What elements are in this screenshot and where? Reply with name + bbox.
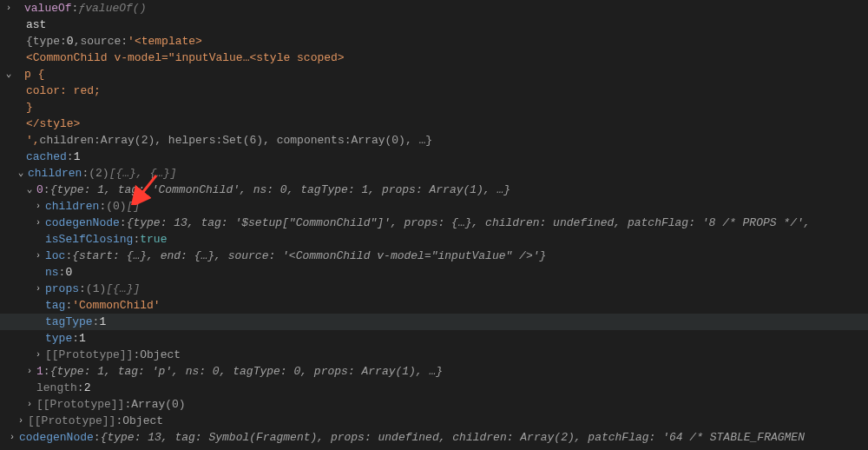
- tree-row: }: [0, 99, 868, 116]
- chevron-right-icon[interactable]: ›: [33, 215, 43, 231]
- property-value: 0: [67, 33, 74, 50]
- tree-row: </style>: [0, 116, 868, 132]
- tree-row[interactable]: ns : 0: [0, 264, 868, 281]
- string-value: <CommonChild v-model="inputValue…<style …: [26, 50, 345, 66]
- property-value: Set(6): [222, 132, 263, 149]
- property-key: children: [45, 198, 99, 215]
- tree-row[interactable]: ast: [0, 17, 868, 33]
- tree-row[interactable]: ⌄ children : (2) [{…}, {…}]: [0, 165, 868, 182]
- tree-row-selected[interactable]: tagType : 1: [0, 314, 868, 330]
- property-value: Array(2): [101, 132, 155, 149]
- tree-row[interactable]: tag : 'CommonChild': [0, 297, 868, 314]
- tree-row: ', children: Array(2) , helpers: Set(6) …: [0, 132, 868, 149]
- array-meta: (0): [106, 198, 126, 215]
- chevron-down-icon[interactable]: ⌄: [24, 182, 35, 198]
- chevron-right-icon[interactable]: ›: [33, 248, 43, 264]
- tree-row: ⌄ p {: [0, 66, 868, 83]
- property-label: ast: [26, 17, 46, 33]
- property-key: codegenNode: [19, 429, 94, 446]
- array-index: 0: [36, 182, 43, 198]
- tree-row[interactable]: cached : 1: [0, 149, 868, 165]
- prototype-ref: ƒ: [78, 0, 85, 17]
- chevron-right-icon[interactable]: ›: [33, 347, 43, 363]
- tree-row[interactable]: { type : 0 , source : '<template>: [0, 33, 868, 50]
- property-key: length: [36, 380, 77, 396]
- property-key: codegenNode: [45, 215, 120, 231]
- chevron-right-icon[interactable]: ›: [24, 396, 35, 413]
- tree-row[interactable]: › props : (1) [{…}]: [0, 281, 868, 297]
- object-preview: {start: {…}, end: {…}, source: '<CommonC…: [72, 248, 546, 264]
- tree-row[interactable]: › loc : {start: {…}, end: {…}, source: '…: [0, 248, 868, 264]
- string-value: color: red;: [26, 83, 101, 99]
- array-index: 1: [36, 363, 43, 380]
- prototype-key: [[Prototype]]: [28, 413, 115, 429]
- tree-row[interactable]: ⌄ 0 : {type: 1, tag: 'CommonChild', ns: …: [0, 182, 868, 198]
- array-preview: [{…}]: [106, 281, 140, 297]
- tree-row[interactable]: › [[Prototype]] : Array(0): [0, 396, 868, 413]
- object-tail: , …}: [405, 132, 432, 149]
- string-value: </style>: [26, 116, 80, 132]
- array-preview: [{…}, {…}]: [109, 165, 177, 182]
- tree-row: <CommonChild v-model="inputValue…<style …: [0, 50, 868, 66]
- property-key: cached: [26, 149, 67, 165]
- tree-row[interactable]: length : 2: [0, 380, 868, 396]
- property-key: type: [33, 33, 60, 50]
- tree-row[interactable]: type : 1: [0, 330, 868, 347]
- property-value: 2: [84, 380, 91, 396]
- property-key: valueOf: [24, 0, 72, 17]
- prototype-value: Object: [140, 347, 181, 363]
- prototype-method: valueOf(): [85, 0, 146, 17]
- chevron-right-icon[interactable]: ›: [7, 429, 17, 446]
- tree-row: color: red;: [0, 83, 868, 99]
- chevron-down-icon[interactable]: ⌄: [16, 165, 26, 182]
- property-key: props: [45, 281, 79, 297]
- tree-row[interactable]: › 1 : {type: 1, tag: 'p', ns: 0, tagType…: [0, 363, 868, 380]
- tree-row[interactable]: › children : (0) []: [0, 198, 868, 215]
- property-key: type: [45, 330, 72, 347]
- string-value: '<template>: [128, 33, 202, 50]
- array-meta: (2): [89, 165, 108, 182]
- array-preview: []: [127, 198, 141, 215]
- tree-row[interactable]: isSelfClosing : true: [0, 231, 868, 248]
- property-value: 1: [99, 314, 106, 330]
- chevron-down-icon[interactable]: ⌄: [3, 66, 14, 83]
- chevron-right-icon[interactable]: ›: [33, 281, 43, 297]
- prototype-key: [[Prototype]]: [36, 396, 124, 413]
- string-value: }: [26, 99, 33, 116]
- prototype-key: [[Prototype]]: [45, 347, 133, 363]
- property-key: loc: [45, 248, 65, 264]
- tree-row[interactable]: › [[Prototype]] : Object: [0, 347, 868, 363]
- array-meta: (1): [86, 281, 106, 297]
- tree-row[interactable]: › [[Prototype]] : Object: [0, 413, 868, 429]
- property-key: ns: [45, 264, 59, 281]
- property-key: children: [28, 165, 82, 182]
- chevron-right-icon[interactable]: ›: [24, 363, 35, 380]
- property-value: 1: [79, 330, 86, 347]
- chevron-right-icon[interactable]: ›: [16, 413, 26, 429]
- property-key: isSelfClosing: [45, 231, 133, 248]
- property-key: tag: [45, 297, 65, 314]
- property-value: 1: [74, 149, 81, 165]
- object-preview: {type: 1, tag: 'CommonChild', ns: 0, tag…: [50, 182, 511, 198]
- boolean-value: true: [140, 231, 167, 248]
- prototype-value: Object: [122, 413, 163, 429]
- object-preview: {type: 13, tag: '$setup["CommonChild"]',…: [127, 215, 811, 231]
- string-value: 'CommonChild': [72, 297, 160, 314]
- property-key: tagType: [45, 314, 93, 330]
- object-preview: {type: 13, tag: Symbol(Fragment), props:…: [101, 429, 805, 446]
- object-preview: {type: 1, tag: 'p', ns: 0, tagType: 0, p…: [50, 363, 443, 380]
- chevron-right-icon[interactable]: ›: [33, 198, 43, 215]
- property-value: 0: [65, 264, 72, 281]
- property-key: source: [80, 33, 121, 50]
- property-value: Array(0): [352, 132, 405, 149]
- tree-row[interactable]: › valueOf : ƒ valueOf(): [0, 0, 868, 17]
- tree-row[interactable]: › codegenNode : {type: 13, tag: '$setup[…: [0, 215, 868, 231]
- tree-row[interactable]: › codegenNode : {type: 13, tag: Symbol(F…: [0, 429, 868, 446]
- string-value: p {: [24, 66, 44, 83]
- chevron-right-icon[interactable]: ›: [3, 0, 14, 17]
- prototype-value: Array(0): [131, 396, 185, 413]
